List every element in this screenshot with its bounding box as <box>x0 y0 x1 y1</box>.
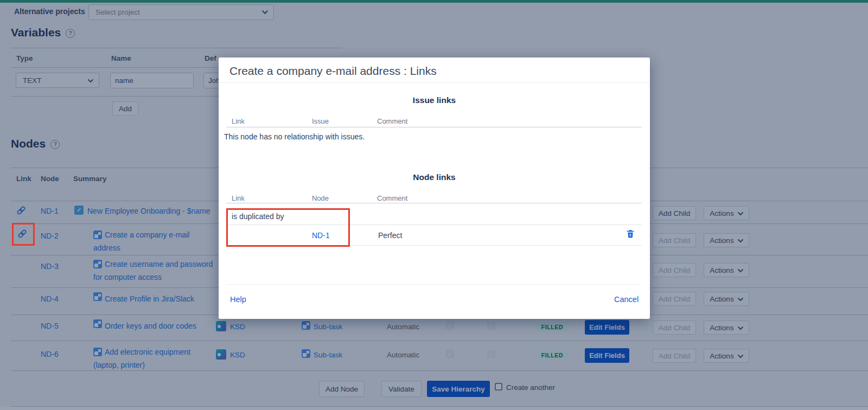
annotation-box-link-icon <box>12 223 35 246</box>
annotation-box-node-link <box>226 208 350 247</box>
issue-links-heading: Issue links <box>219 95 650 105</box>
delete-trash-icon[interactable] <box>626 229 635 239</box>
links-modal: Create a company e-mail address : Links … <box>219 57 650 319</box>
issue-links-header-comment: Comment <box>377 117 407 125</box>
node-links-header-node: Node <box>312 194 329 202</box>
cancel-link[interactable]: Cancel <box>614 295 639 304</box>
node-links-header-link: Link <box>232 194 245 202</box>
divider <box>219 82 650 83</box>
issue-links-empty-message: This node has no relationship with issue… <box>224 132 365 141</box>
divider <box>226 203 642 203</box>
node-links-heading: Node links <box>219 172 650 182</box>
issue-links-header-link: Link <box>232 117 245 125</box>
issue-links-header-issue: Issue <box>312 117 329 125</box>
divider <box>226 127 642 127</box>
divider <box>226 284 642 285</box>
help-link[interactable]: Help <box>230 295 246 304</box>
modal-title: Create a company e-mail address : Links <box>229 65 437 78</box>
app-screen: Alternative projects Select project Vari… <box>0 0 868 410</box>
node-link-comment: Perfect <box>378 231 402 240</box>
node-links-header-comment: Comment <box>377 194 407 202</box>
